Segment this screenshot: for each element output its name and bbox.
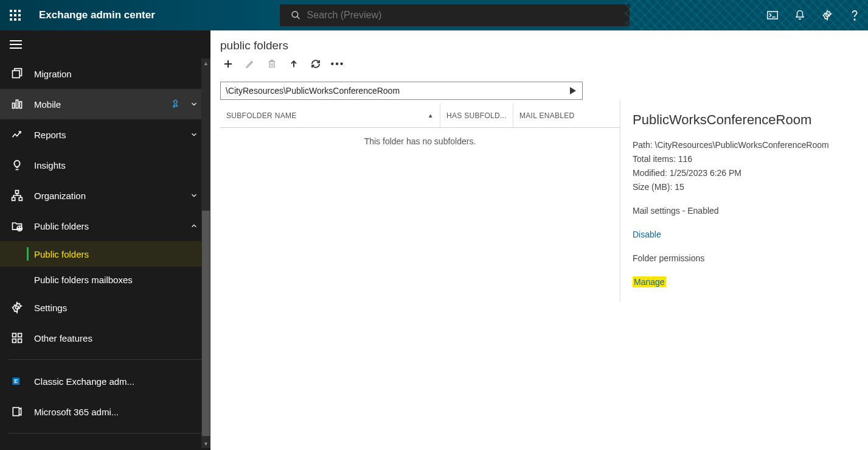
ellipsis-icon: ••• [331,58,345,69]
sidebar-item-m365-admin[interactable]: Microsoft 365 admi... [0,396,210,427]
column-subfolder-name[interactable]: SUBFOLDER NAME ▲ [220,104,440,127]
header-actions [759,0,868,30]
sidebar-item-classic-exchange[interactable]: E Classic Exchange adm... [0,366,210,396]
folder-table: SUBFOLDER NAME ▲ HAS SUBFOLD... MAIL ENA… [220,100,620,302]
app-launcher-button[interactable] [0,0,30,30]
bell-icon [794,10,805,21]
sidebar-subitem-public-folders-mailboxes[interactable]: Public folders mailboxes [0,267,210,292]
pin-button[interactable] [167,99,185,109]
sidebar-item-mobile[interactable]: Mobile [0,89,210,119]
waffle-icon [10,10,21,21]
gear-icon [822,10,833,21]
nav-label: Show pinned [34,448,203,451]
sidebar-item-public-folders[interactable]: Public folders [0,211,210,241]
folder-path-input[interactable]: \CityResources\PublicWorksConferenceRoom [220,82,583,100]
detail-modified-value: 1/25/2023 6:26 PM [670,168,741,178]
app-title: Exchange admin center [30,9,155,21]
svg-rect-9 [19,102,21,108]
column-has-subfolders[interactable]: HAS SUBFOLD... [440,104,513,127]
terminal-icon [767,11,778,19]
migration-icon [10,66,24,81]
nav-label: Reports [34,130,185,140]
refresh-button[interactable] [309,57,322,71]
sidebar-item-other-features[interactable]: Other features [0,323,210,353]
svg-line-1 [297,16,299,19]
pencil-icon [245,59,255,69]
header-bar: Exchange admin center [0,0,868,30]
help-button[interactable] [841,0,868,30]
nav-label: Other features [34,333,203,343]
detail-path: Path: \CityResources\PublicWorksConferen… [633,139,856,152]
column-label: MAIL ENABLED [519,111,575,120]
scroll-down-arrow-icon[interactable]: ▼ [201,439,210,448]
svg-rect-18 [13,339,16,343]
notifications-button[interactable] [786,0,813,30]
subitem-label: Public folders mailboxes [34,275,133,285]
up-level-button[interactable] [287,57,300,71]
sidebar-item-migration[interactable]: Migration [0,58,210,89]
search-box[interactable] [280,4,630,26]
sidebar-toggle-button[interactable] [0,30,210,58]
chevron-down-icon [185,191,203,200]
ellipsis-icon: ••• [10,446,24,450]
svg-rect-16 [13,334,16,337]
show-pinned-button[interactable]: ••• Show pinned [0,440,210,450]
trash-icon [267,58,277,69]
scroll-up-arrow-icon[interactable]: ▲ [201,58,210,68]
arrow-up-icon [289,58,299,69]
nav-label: Insights [34,160,203,171]
manage-permissions-link[interactable]: Manage [633,276,666,287]
svg-rect-17 [18,334,22,337]
cloud-shell-button[interactable] [759,0,786,30]
svg-rect-12 [12,197,15,200]
detail-modified-label: Modified: [633,168,667,178]
refresh-icon [310,58,321,69]
m365-icon [10,404,24,419]
add-button[interactable] [221,57,235,71]
svg-rect-22 [13,407,19,415]
sidebar-scrollbar[interactable]: ▲ ▼ [201,58,210,448]
detail-size-label: Size (MB): [633,182,672,192]
plus-icon [223,58,234,69]
nav-label: Settings [34,303,203,313]
scroll-thumb[interactable] [202,211,210,436]
svg-rect-8 [16,100,18,108]
hamburger-icon [10,40,22,49]
nav-label: Organization [34,191,185,201]
nav-label: Microsoft 365 admi... [34,407,203,417]
navigate-button[interactable] [566,84,580,97]
sidebar-item-organization[interactable]: Organization [0,180,210,211]
details-title: PublicWorksConferenceRoom [633,112,856,128]
settings-button[interactable] [813,0,841,30]
column-mail-enabled[interactable]: MAIL ENABLED [513,104,620,127]
details-pane: PublicWorksConferenceRoom Path: \CityRes… [620,100,868,302]
sidebar-divider [9,433,202,434]
svg-rect-2 [767,12,777,19]
reports-icon [10,127,24,142]
detail-modified: Modified: 1/25/2023 6:26 PM [633,167,856,180]
nav-label: Migration [34,69,203,79]
search-input[interactable] [307,10,630,21]
detail-total-items-value: 116 [678,154,692,164]
public-folders-icon [10,219,24,233]
svg-rect-13 [19,197,22,200]
nav-label: Mobile [34,99,167,110]
sidebar-item-reports[interactable]: Reports [0,119,210,150]
sidebar-item-settings[interactable]: Settings [0,292,210,323]
disable-mail-link[interactable]: Disable [633,230,661,239]
more-button[interactable]: ••• [331,57,344,71]
sidebar-item-insights[interactable]: Insights [0,150,210,180]
insights-icon [10,158,24,172]
sidebar: Migration Mobile Reports [0,30,210,450]
mobile-icon [10,97,24,111]
detail-size-value: 15 [675,182,684,192]
toolbar: ••• [220,57,868,71]
detail-mail-settings: Mail settings - Enabled [633,205,856,217]
detail-size: Size (MB): 15 [633,181,856,194]
sidebar-subitem-public-folders[interactable]: Public folders [0,241,210,267]
sidebar-scroll: Migration Mobile Reports [0,58,210,450]
column-label: SUBFOLDER NAME [226,111,297,120]
pin-icon [171,99,181,109]
detail-total-items-label: Total items: [633,154,676,164]
column-label: HAS SUBFOLD... [446,111,507,120]
